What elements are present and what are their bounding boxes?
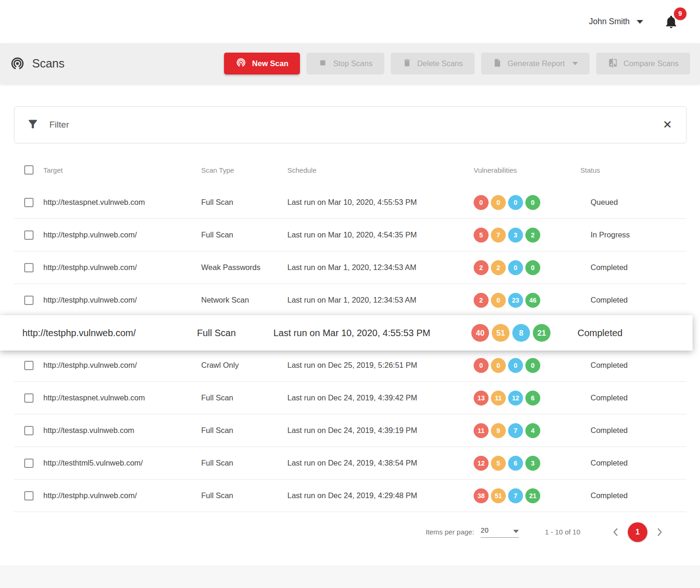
table-row[interactable]: http://testphp.vulnweb.com/ Weak Passwor…: [14, 251, 686, 284]
vuln-badge-info: 46: [525, 293, 540, 308]
row-status: Queued: [566, 198, 686, 207]
row-status: Completed: [566, 263, 686, 272]
pagination-range: 1 - 10 of 10: [545, 528, 580, 536]
row-schedule: Last run on Dec 25, 2019, 5:26:51 PM: [287, 361, 474, 370]
row-target: http://testphp.vulnweb.com/: [43, 491, 201, 500]
vuln-badge-low: 23: [508, 293, 523, 308]
row-checkbox[interactable]: [24, 491, 34, 500]
table-row[interactable]: http://testasp.vulnweb.com Full Scan Las…: [14, 414, 686, 447]
page-number-button[interactable]: 1: [628, 522, 647, 542]
row-checkbox[interactable]: [24, 296, 34, 305]
table-row[interactable]: http://testaspnet.vulnweb.com Full Scan …: [14, 382, 686, 414]
vuln-badge-low: 12: [508, 391, 523, 406]
row-target: http://testphp.vulnweb.com/: [22, 328, 197, 338]
table-row[interactable]: http://testphp.vulnweb.com/ Full Scan La…: [0, 315, 693, 351]
chevron-down-icon: [637, 20, 643, 24]
filter-bar[interactable]: Filter ✕: [14, 106, 686, 143]
row-scan-type: Crawl Only: [201, 361, 287, 370]
vuln-badge-info: 6: [525, 391, 540, 406]
row-vulnerabilities: 40 51 8 21: [471, 324, 578, 342]
row-schedule: Last run on Mar 10, 2020, 4:54:35 PM: [287, 230, 474, 239]
vuln-badge-low: 3: [508, 228, 523, 243]
row-target: http://testphp.vulnweb.com/: [43, 361, 201, 370]
vuln-badge-high: 5: [474, 228, 489, 243]
row-vulnerabilities: 5 7 3 2: [474, 228, 566, 243]
vuln-badge-high: 40: [471, 324, 489, 342]
row-schedule: Last run on Mar 1, 2020, 12:34:53 AM: [287, 296, 474, 304]
row-checkbox[interactable]: [24, 198, 34, 207]
row-vulnerabilities: 13 11 12 6: [474, 391, 566, 406]
row-checkbox[interactable]: [24, 393, 34, 403]
row-status: Completed: [566, 296, 686, 304]
new-scan-radar-icon: [236, 57, 246, 70]
row-schedule: Last run on Mar 10, 2020, 4:55:53 PM: [287, 198, 474, 207]
header-vulnerabilities: Vulnerabilities: [474, 166, 566, 174]
vuln-badge-low: 7: [508, 488, 523, 503]
row-target: http://testphp.vulnweb.com/: [43, 263, 201, 272]
row-vulnerabilities: 12 5 6 3: [474, 456, 566, 471]
table-row[interactable]: http://testaspnet.vulnweb.com Full Scan …: [14, 186, 686, 219]
header-status: Status: [566, 166, 686, 174]
vuln-badge-info: 21: [533, 324, 550, 342]
vuln-badge-high: 11: [474, 423, 489, 438]
page-title: Scans: [32, 57, 64, 70]
row-schedule: Last run on Dec 24, 2019, 4:39:42 PM: [287, 393, 474, 402]
header-target: Target: [43, 166, 201, 174]
compare-scans-label: Compare Scans: [624, 59, 679, 68]
stop-scans-button[interactable]: Stop Scans: [306, 53, 384, 74]
row-checkbox[interactable]: [24, 263, 34, 272]
table-row[interactable]: http://testphp.vulnweb.com/ Full Scan La…: [14, 219, 686, 251]
vuln-badge-info: 21: [525, 488, 540, 503]
vuln-badge-high: 2: [474, 260, 489, 275]
row-target: http://testphp.vulnweb.com/: [43, 296, 201, 304]
row-target: http://testaspnet.vulnweb.com: [43, 393, 201, 402]
vuln-badge-low: 8: [512, 324, 530, 342]
row-schedule: Last run on Mar 10, 2020, 4:55:53 PM: [273, 328, 471, 338]
notifications-button[interactable]: 9: [664, 14, 679, 29]
chevron-down-icon: [513, 530, 519, 533]
table-row[interactable]: http://testphp.vulnweb.com/ Crawl Only L…: [14, 349, 686, 382]
table-row[interactable]: http://testphp.vulnweb.com/ Full Scan La…: [14, 480, 686, 512]
select-all-checkbox[interactable]: [24, 165, 34, 175]
chevron-down-icon: [572, 62, 578, 65]
row-status: Completed: [566, 393, 686, 402]
vuln-badge-medium: 0: [491, 358, 506, 373]
vuln-badge-low: 0: [508, 358, 523, 373]
items-per-page-select[interactable]: 20: [481, 526, 519, 538]
stop-icon: [318, 58, 327, 69]
row-checkbox[interactable]: [24, 459, 34, 468]
previous-page-button[interactable]: [607, 523, 624, 541]
delete-scans-button[interactable]: Delete Scans: [391, 53, 475, 74]
vuln-badge-medium: 2: [491, 260, 506, 275]
header-scan-type: Scan Type: [201, 166, 287, 174]
vuln-badge-info: 0: [525, 260, 540, 275]
row-vulnerabilities: 0 0 0 0: [474, 358, 566, 373]
new-scan-button[interactable]: New Scan: [224, 53, 300, 74]
table-header: Target Scan Type Schedule Vulnerabilitie…: [14, 154, 686, 186]
delete-scans-label: Delete Scans: [417, 59, 463, 68]
user-menu[interactable]: John Smith: [589, 17, 643, 27]
row-status: Completed: [566, 491, 686, 500]
table-row[interactable]: http://testhtml5.vulnweb.com/ Full Scan …: [14, 447, 686, 480]
row-checkbox[interactable]: [24, 361, 34, 370]
next-page-button[interactable]: [651, 523, 668, 541]
close-icon[interactable]: ✕: [661, 117, 674, 132]
generate-report-button[interactable]: Generate Report: [481, 53, 590, 74]
row-target: http://testphp.vulnweb.com/: [43, 230, 201, 239]
filter-label: Filter: [49, 120, 69, 130]
vuln-badge-info: 4: [525, 423, 540, 438]
vuln-badge-info: 0: [525, 195, 540, 210]
vuln-badge-medium: 5: [491, 456, 506, 471]
vuln-badge-high: 0: [474, 358, 489, 373]
vuln-badge-low: 0: [508, 260, 523, 275]
row-schedule: Last run on Dec 24, 2019, 4:29:48 PM: [287, 491, 474, 500]
table-row[interactable]: http://testphp.vulnweb.com/ Network Scan…: [14, 284, 686, 317]
row-checkbox[interactable]: [24, 230, 34, 240]
items-per-page-value: 20: [481, 526, 489, 534]
compare-scans-button[interactable]: Compare Scans: [596, 53, 690, 74]
vuln-badge-high: 13: [474, 391, 489, 406]
row-vulnerabilities: 38 51 7 21: [474, 488, 566, 503]
row-checkbox[interactable]: [24, 426, 34, 435]
vuln-badge-medium: 0: [491, 293, 506, 308]
row-scan-type: Full Scan: [197, 328, 273, 338]
